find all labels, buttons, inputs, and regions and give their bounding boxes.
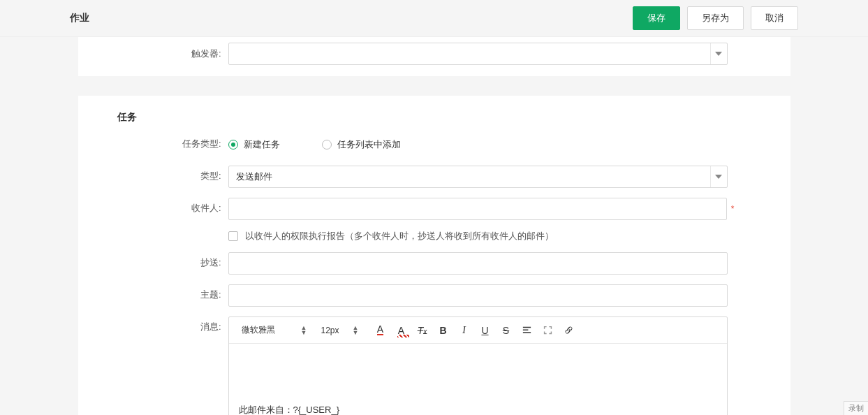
bold-icon: B <box>439 325 446 336</box>
subject-row: 主题: <box>78 284 790 307</box>
permission-note: 以收件人的权限执行报告（多个收件人时，抄送人将收到所有收件人的邮件） <box>245 230 554 242</box>
type-label: 类型: <box>78 166 228 187</box>
rich-text-editor: 微软雅黑 ▲▼ 12px ▲▼ A A Tx <box>228 316 728 415</box>
page-header: 作业 保存 另存为 取消 <box>0 0 868 37</box>
task-type-label: 任务类型: <box>78 133 228 154</box>
radio-new-task[interactable]: 新建任务 <box>228 138 280 151</box>
link-button[interactable] <box>560 321 578 340</box>
bold-button[interactable]: B <box>434 321 453 340</box>
subject-input[interactable] <box>228 284 728 307</box>
task-panel: 任务 任务类型: 新建任务 任务列表中添加 类型: 发送邮件 <box>78 96 790 415</box>
editor-body[interactable]: 此邮件来自：?{_USER_} <box>229 344 727 415</box>
italic-icon: I <box>462 325 466 336</box>
permission-checkbox[interactable] <box>228 231 238 241</box>
required-icon: * <box>731 204 735 214</box>
radio-label: 新建任务 <box>244 138 280 151</box>
fullscreen-button[interactable] <box>539 321 557 340</box>
cc-row: 抄送: <box>78 252 790 275</box>
strikethrough-icon: S <box>503 325 509 336</box>
page-title: 作业 <box>70 12 89 24</box>
trigger-select[interactable] <box>228 43 728 65</box>
cancel-button[interactable]: 取消 <box>751 6 798 30</box>
bg-color-icon: A <box>398 325 404 336</box>
clear-format-button[interactable]: Tx <box>413 321 432 340</box>
radio-icon <box>322 140 332 150</box>
fullscreen-icon <box>543 325 553 335</box>
permission-row: 以收件人的权限执行报告（多个收件人时，抄送人将收到所有收件人的邮件） <box>228 230 790 242</box>
underline-icon: U <box>481 325 488 336</box>
font-size-select[interactable]: 12px ▲▼ <box>316 321 365 340</box>
updown-icon: ▲▼ <box>353 326 359 335</box>
link-icon <box>564 325 574 335</box>
font-family-select[interactable]: 微软雅黑 ▲▼ <box>236 321 313 340</box>
task-section-title: 任务 <box>78 111 790 133</box>
trigger-label: 触发器: <box>78 43 228 64</box>
radio-label: 任务列表中添加 <box>337 138 401 151</box>
text-color-icon: A <box>377 325 383 335</box>
message-row: 消息: 微软雅黑 ▲▼ 12px ▲▼ A A <box>78 316 790 415</box>
type-row: 类型: 发送邮件 <box>78 166 790 188</box>
font-size-value: 12px <box>321 326 339 335</box>
strikethrough-button[interactable]: S <box>497 321 515 340</box>
italic-button[interactable]: I <box>455 321 473 340</box>
align-button[interactable] <box>518 321 536 340</box>
save-as-button[interactable]: 另存为 <box>687 6 744 30</box>
editor-text: 此邮件来自：?{_USER_} <box>239 404 717 415</box>
task-type-row: 任务类型: 新建任务 任务列表中添加 <box>78 133 790 156</box>
recipient-label: 收件人: <box>78 198 228 219</box>
radio-icon <box>228 140 238 150</box>
cc-input[interactable] <box>228 252 728 275</box>
trigger-row: 触发器: <box>78 37 790 76</box>
updown-icon: ▲▼ <box>301 326 307 335</box>
type-select-value: 发送邮件 <box>236 170 272 183</box>
radio-append-task[interactable]: 任务列表中添加 <box>322 138 401 151</box>
chevron-down-icon <box>710 166 727 187</box>
clear-format-icon: Tx <box>418 325 427 336</box>
chevron-down-icon <box>710 43 727 64</box>
font-family-value: 微软雅黑 <box>242 324 275 336</box>
save-button[interactable]: 保存 <box>633 6 680 30</box>
bg-color-button[interactable]: A <box>392 321 411 340</box>
recipient-row: 收件人: * <box>78 198 790 220</box>
type-select[interactable]: 发送邮件 <box>228 166 728 188</box>
text-color-button[interactable]: A <box>372 321 390 340</box>
underline-button[interactable]: U <box>476 321 494 340</box>
align-icon <box>522 325 532 335</box>
editor-toolbar: 微软雅黑 ▲▼ 12px ▲▼ A A Tx <box>229 317 727 344</box>
cc-label: 抄送: <box>78 252 228 273</box>
recipient-input[interactable] <box>228 198 727 220</box>
header-buttons: 保存 另存为 取消 <box>633 6 798 30</box>
subject-label: 主题: <box>78 284 228 305</box>
message-label: 消息: <box>78 316 228 337</box>
task-type-radio-group: 新建任务 任务列表中添加 <box>228 133 401 156</box>
corner-tag[interactable]: 录制 <box>844 401 868 415</box>
